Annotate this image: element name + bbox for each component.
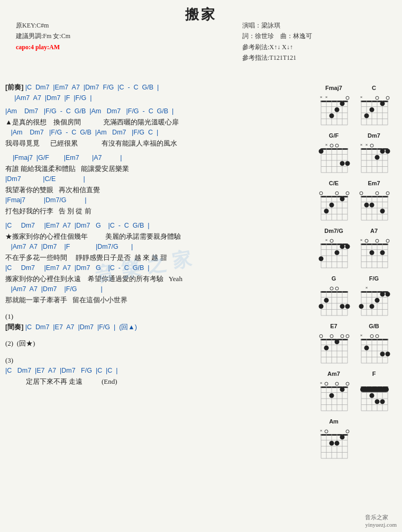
chord-diagram-row: C/EEm7 [315, 180, 397, 223]
chord-diagram-am: Am [315, 418, 353, 462]
chord-diagram-f-g: F/G [355, 275, 393, 319]
chord-canvas [357, 187, 391, 223]
chord-canvas [357, 378, 391, 414]
chord-name: Dm7 [368, 132, 380, 139]
chord-diagram-row: Fmaj7C [315, 85, 397, 128]
chord-diagram-row: G/FDm7 [315, 132, 397, 176]
chord-name: Am7 [327, 371, 340, 377]
chord-canvas [317, 235, 351, 271]
chord-canvas [357, 283, 391, 319]
original-key: 原KEY:C#m [16, 20, 70, 31]
chord-diagram-dm7-g: Dm7/G [315, 228, 353, 271]
chord-diagram-g-b: G/B [355, 323, 393, 366]
meta-right: 演唱：梁詠琪 詞：徐世珍 曲：林逸可 參考刷法:X↑↓ X↓↑ 參考指法:T12… [242, 20, 312, 64]
ref-strum: 參考刷法:X↑↓ X↓↑ [242, 42, 312, 52]
chord-diagram-row: E7G/B [315, 323, 397, 366]
interlude-label: [間奏] [5, 323, 23, 331]
chord-name: F [372, 371, 376, 377]
chord-name: Am [329, 418, 339, 425]
chord-canvas [357, 92, 391, 128]
chord-canvas [317, 330, 351, 366]
chord-diagram-c-e: C/E [315, 180, 353, 223]
chord-name: F/G [369, 275, 379, 282]
chord-name: G [332, 275, 336, 282]
section-interlude: (1) [間奏] |C Dm7 |E7 A7 |Dm7 |F/G | (回▲) [5, 311, 312, 332]
chord-canvas [317, 140, 351, 176]
chord-diagram-row: Am7F [315, 371, 397, 414]
prelude-label: [前奏] [5, 84, 23, 91]
chord-diagram-row: GF/G [315, 275, 397, 319]
chord-name: Em7 [368, 180, 380, 186]
chord-diagrams: Fmaj7CG/FDm7C/EEm7Dm7/GA7GF/GE7G/BAm7FAm [315, 82, 397, 466]
chord-name: A7 [370, 228, 378, 234]
chord-canvas [317, 283, 351, 319]
chord-name: E7 [330, 323, 337, 329]
chord-diagram-e7: E7 [315, 323, 353, 366]
chord-diagram-dm7: Dm7 [355, 132, 393, 176]
chord-diagram-g-f: G/F [315, 132, 353, 176]
chord-name: Fmaj7 [325, 85, 342, 91]
meta-left: 原KEY:C#m 建議男調:Fm 女:Cm capo:4 play:AM [16, 20, 70, 52]
lyricist-composer: 詞：徐世珍 曲：林逸可 [242, 31, 312, 41]
chord-name: C [372, 85, 376, 91]
chord-diagram-c: C [355, 85, 393, 128]
chord-canvas [317, 426, 351, 462]
chord-name: G/F [329, 132, 339, 139]
section-chorus: |C Dm7 |Em7 A7 |Dm7 G |C - C G/B | ★搬家到你… [5, 221, 312, 305]
lyricist: 詞：徐世珍 [242, 32, 274, 40]
section-repeat2: (2) (回★) [5, 338, 312, 349]
chord-name: C/E [329, 180, 339, 186]
page: 搬家 原KEY:C#m 建議男調:Fm 女:Cm capo:4 play:AM … [0, 0, 402, 532]
performer: 演唱：梁詠琪 [242, 20, 312, 31]
chord-diagram-f: F [355, 371, 393, 414]
chord-diagram-row: Dm7/GA7 [315, 228, 397, 271]
capo-info: capo:4 play:AM [16, 42, 70, 52]
chord-diagram-a7: A7 [355, 228, 393, 271]
chord-diagram-am7: Am7 [315, 371, 353, 414]
composer: 曲：林逸可 [280, 32, 312, 40]
lyrics-section: [前奏] |C Dm7 |Em7 A7 |Dm7 F/G |C - C G/B … [5, 82, 315, 466]
section-prechorus: |Fmaj7 |G/F |Em7 |A7 | 有誰 能給我溫柔和體貼 能讓愛安居… [5, 154, 312, 216]
chord-diagram-g: G [315, 275, 353, 319]
section-verse1: |Am Dm7 |F/G - C G/B |Am Dm7 |F/G - C G/… [5, 107, 312, 148]
section-ending: (3) |C Dm7 |E7 A7 |Dm7 F/G |C |C | 定居下來不… [5, 355, 312, 387]
suggested-key: 建議男調:Fm 女:Cm [16, 31, 70, 41]
chord-canvas [317, 92, 351, 128]
chord-diagram-row: Am [315, 418, 397, 462]
section-prelude: [前奏] |C Dm7 |Em7 A7 |Dm7 F/G |C - C G/B … [5, 83, 312, 103]
chord-diagram-fmaj7: Fmaj7 [315, 85, 353, 128]
chord-canvas [317, 187, 351, 223]
chord-name: Dm7/G [324, 228, 343, 234]
chord-canvas [357, 140, 391, 176]
chord-canvas [357, 330, 391, 366]
ref-fingering: 參考指法:T121T121 [242, 52, 312, 63]
footer: 音乐之家yinyuezj.com [365, 513, 397, 528]
chord-name: G/B [369, 323, 379, 329]
chord-diagram-em7: Em7 [355, 180, 393, 223]
chord-canvas [317, 378, 351, 414]
chord-canvas [357, 235, 391, 271]
